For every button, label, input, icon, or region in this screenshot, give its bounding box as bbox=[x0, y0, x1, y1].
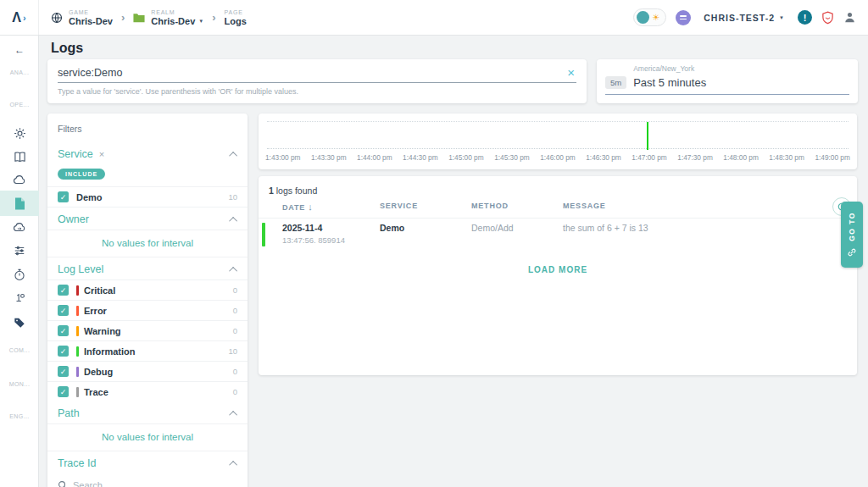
chart-plot-area[interactable] bbox=[267, 121, 849, 149]
filter-section-log-level[interactable]: Log Level bbox=[47, 257, 248, 279]
rail-item-audit[interactable] bbox=[0, 289, 39, 307]
breadcrumb-game[interactable]: GAME Chris-Dev bbox=[51, 9, 113, 26]
filter-section-trace-id[interactable]: Trace Id bbox=[47, 451, 248, 473]
checkbox-demo[interactable]: ✓ bbox=[58, 191, 69, 202]
filter-section-service[interactable]: Service × bbox=[47, 142, 248, 164]
time-range-badge: 5m bbox=[605, 76, 626, 89]
breadcrumb-page[interactable]: PAGE Logs bbox=[225, 9, 247, 26]
path-section-label: Path bbox=[58, 407, 80, 419]
filter-section-path[interactable]: Path bbox=[47, 401, 248, 423]
logo-chevron-icon: › bbox=[23, 13, 26, 23]
app-logo[interactable]: Λ › bbox=[0, 0, 39, 35]
rail-item-settings[interactable] bbox=[0, 124, 39, 142]
feedback-icon[interactable] bbox=[676, 10, 691, 25]
log-level-row[interactable]: ✓ Trace 0 bbox=[47, 381, 248, 401]
x-tick: 1:45:00 pm bbox=[448, 153, 484, 162]
x-tick: 1:46:00 pm bbox=[540, 153, 576, 162]
chevron-up-icon[interactable] bbox=[229, 266, 237, 274]
breadcrumb-separator-icon: › bbox=[212, 11, 215, 24]
breadcrumb-realm[interactable]: REALM Chris-Dev ▼ bbox=[133, 9, 203, 26]
column-date[interactable]: DATE ↓ bbox=[282, 202, 380, 212]
main-content: Logs × Type a value for 'service'. Use p… bbox=[39, 36, 868, 487]
trace-id-section-label: Trace Id bbox=[58, 457, 96, 469]
log-row[interactable]: 2025-11-4 13:47:56. 859914 Demo Demo/Add… bbox=[259, 216, 857, 252]
clear-query-icon[interactable]: × bbox=[565, 66, 576, 79]
header-actions: ☀ CHRIS-TEST-2 ▼ ! bbox=[633, 8, 868, 26]
logs-count-suffix: logs found bbox=[274, 185, 317, 196]
load-more-button[interactable]: LOAD MORE bbox=[520, 260, 596, 279]
x-tick: 1:43:00 pm bbox=[265, 153, 301, 162]
checkbox-warning[interactable]: ✓ bbox=[58, 325, 69, 336]
link-icon bbox=[847, 247, 857, 257]
log-level-row[interactable]: ✓ Information 10 bbox=[47, 340, 248, 361]
log-level-section-label: Log Level bbox=[58, 263, 103, 275]
rail-item-docs[interactable] bbox=[0, 147, 39, 166]
user-icon[interactable] bbox=[843, 11, 856, 24]
checkbox-information[interactable]: ✓ bbox=[58, 346, 69, 357]
x-tick: 1:49:00 pm bbox=[815, 153, 850, 162]
stopwatch-icon bbox=[14, 268, 25, 281]
page-label: PAGE bbox=[225, 9, 247, 15]
column-service[interactable]: SERVICE bbox=[380, 202, 471, 212]
rail-item-tune[interactable] bbox=[0, 241, 39, 260]
alert-icon[interactable]: ! bbox=[798, 10, 812, 25]
column-method[interactable]: METHOD bbox=[471, 202, 563, 212]
checkbox-critical[interactable]: ✓ bbox=[58, 285, 69, 296]
filter-value-row[interactable]: ✓ Demo 10 bbox=[47, 186, 248, 207]
rail-item-cloud[interactable] bbox=[0, 170, 39, 189]
chevron-up-icon[interactable] bbox=[229, 460, 237, 468]
realm-dropdown-caret-icon[interactable]: ▼ bbox=[198, 19, 203, 24]
chevron-up-icon[interactable] bbox=[229, 216, 237, 224]
rail-item-tags[interactable] bbox=[0, 313, 39, 332]
filter-section-owner[interactable]: Owner bbox=[47, 207, 248, 230]
x-tick: 1:46:30 pm bbox=[586, 153, 621, 162]
level-label: Error bbox=[84, 306, 107, 316]
goto-tab[interactable]: GO TO bbox=[841, 202, 863, 268]
level-label: Critical bbox=[84, 285, 115, 296]
chevron-up-icon[interactable] bbox=[229, 151, 237, 159]
collapse-sidebar-button[interactable]: ← bbox=[0, 41, 39, 59]
checkbox-debug[interactable]: ✓ bbox=[58, 366, 69, 377]
shield-icon[interactable] bbox=[821, 11, 834, 25]
timezone-label: America/New_York bbox=[633, 64, 706, 73]
sliders-icon bbox=[14, 245, 25, 257]
log-level-row[interactable]: ✓ Debug 0 bbox=[47, 361, 248, 381]
x-tick: 1:44:30 pm bbox=[403, 153, 438, 162]
app-screen: Λ › GAME Chris-Dev › bbox=[0, 0, 868, 487]
logs-table-card: 1 logs found DATE ↓ SERVICE METHOD MESSA… bbox=[259, 176, 857, 375]
rail-group-analytics: ANA... bbox=[0, 69, 39, 75]
filters-panel: Filters Service × INCLUDE ✓ Demo 10 Owne… bbox=[47, 113, 248, 487]
rail-item-logs-active[interactable] bbox=[0, 194, 39, 213]
trace-id-search-input[interactable] bbox=[73, 480, 237, 487]
chart-x-axis: 1:43:00 pm 1:43:30 pm 1:44:00 pm 1:44:30… bbox=[265, 153, 850, 162]
x-tick: 1:48:30 pm bbox=[769, 153, 804, 162]
top-header: Λ › GAME Chris-Dev › bbox=[0, 0, 868, 36]
query-input[interactable] bbox=[58, 67, 565, 79]
log-level-row[interactable]: ✓ Warning 0 bbox=[47, 320, 248, 340]
checkbox-trace[interactable]: ✓ bbox=[58, 386, 69, 397]
theme-toggle[interactable]: ☀ bbox=[633, 8, 666, 26]
environment-selector[interactable]: CHRIS-TEST-2 ▼ bbox=[704, 13, 785, 23]
book-icon bbox=[14, 151, 26, 163]
column-message[interactable]: MESSAGE bbox=[563, 202, 857, 212]
time-range-input[interactable]: 5m America/New_York Past 5 minutes bbox=[605, 64, 849, 95]
x-tick: 1:43:30 pm bbox=[311, 153, 347, 162]
environment-caret-icon: ▼ bbox=[779, 15, 785, 20]
rail-item-timer[interactable] bbox=[0, 265, 39, 284]
rail-item-cloud-sync[interactable] bbox=[0, 218, 39, 236]
level-count: 0 bbox=[233, 367, 237, 376]
chevron-up-icon[interactable] bbox=[229, 410, 237, 418]
trace-level-bar bbox=[76, 387, 79, 397]
log-level-row[interactable]: ✓ Critical 0 bbox=[47, 279, 248, 300]
game-label: GAME bbox=[69, 9, 113, 15]
level-label: Information bbox=[84, 346, 136, 357]
checkbox-error[interactable]: ✓ bbox=[58, 305, 69, 316]
log-level-row[interactable]: ✓ Error 0 bbox=[47, 300, 248, 320]
x-tick: 1:45:30 pm bbox=[494, 153, 530, 162]
chart-bar-1-47-00 bbox=[647, 122, 648, 150]
breadcrumb-separator-icon: › bbox=[121, 11, 125, 24]
log-level-indicator bbox=[262, 223, 265, 246]
remove-service-filter-icon[interactable]: × bbox=[99, 149, 104, 159]
document-icon bbox=[14, 197, 25, 210]
log-method: Demo/Add bbox=[471, 223, 563, 245]
